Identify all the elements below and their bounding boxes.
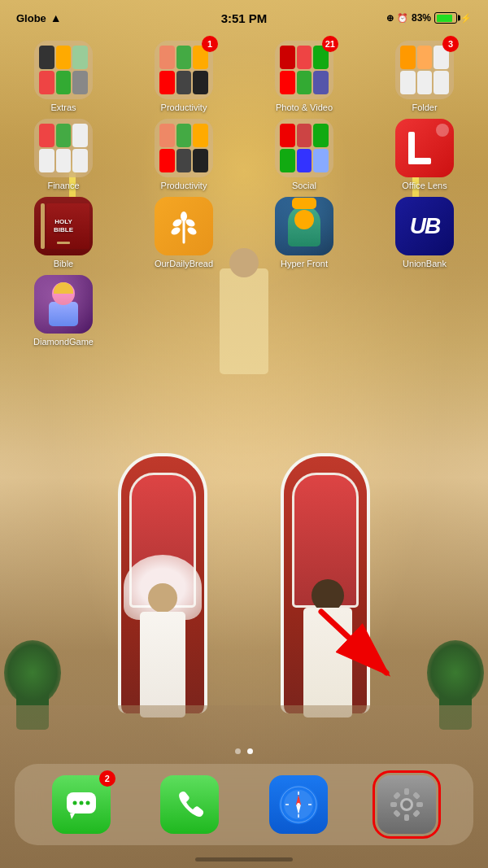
productivity1-badge: 1 <box>202 36 218 52</box>
app-officelens[interactable]: Office Lens <box>376 119 473 190</box>
finance-label: Finance <box>47 181 79 190</box>
app-row-4: DiamondGame <box>15 275 473 347</box>
dock: 2 <box>15 764 473 845</box>
odb-icon <box>155 197 213 255</box>
folder-label: Folder <box>412 103 437 112</box>
page-dot-0 <box>235 748 241 754</box>
finance-folder-icon <box>34 119 93 177</box>
extras-folder-icon <box>34 41 93 99</box>
productivity2-folder-icon <box>155 119 213 177</box>
app-social[interactable]: Social <box>255 119 353 190</box>
svg-rect-28 <box>416 802 423 807</box>
social-folder-icon <box>275 119 333 177</box>
status-indicators: ⊕ ⏰ 83% ⚡ <box>386 12 472 24</box>
arrow-indicator <box>305 595 411 693</box>
settings-icon <box>377 775 436 834</box>
svg-point-4 <box>170 226 181 237</box>
officelens-label: Office Lens <box>402 181 447 190</box>
dock-safari[interactable] <box>269 775 328 834</box>
officelens-icon <box>395 119 454 177</box>
status-carrier: Globe ▲ <box>16 11 62 24</box>
diamondgame-label: DiamondGame <box>33 337 94 347</box>
svg-rect-29 <box>393 792 401 800</box>
hyperfront-label: Hyper Front <box>281 259 328 268</box>
home-indicator <box>195 857 293 861</box>
svg-rect-32 <box>412 809 420 818</box>
carrier-label: Globe <box>16 12 46 24</box>
svg-rect-27 <box>390 802 397 807</box>
app-productivity1[interactable]: 1 Productivity <box>135 41 233 112</box>
app-bible[interactable]: HOLYBIBLE Bible <box>15 197 112 268</box>
status-time: 3:51 PM <box>221 11 268 25</box>
app-row-1: Extras 1 Productivity <box>15 41 473 112</box>
messages-svg <box>63 787 99 822</box>
svg-rect-30 <box>412 792 420 800</box>
unionbank-icon: UB <box>395 197 454 255</box>
page-dots <box>235 748 253 754</box>
safari-icon <box>269 775 328 834</box>
safari-svg <box>277 783 320 826</box>
svg-point-24 <box>403 800 411 809</box>
extras-label: Extras <box>50 103 76 112</box>
app-photo-video[interactable]: 21 Photo & Video <box>255 41 353 112</box>
messages-badge: 2 <box>99 770 115 787</box>
svg-point-7 <box>181 212 187 221</box>
app-extras[interactable]: Extras <box>15 41 112 112</box>
bible-label: Bible <box>54 259 73 268</box>
svg-point-22 <box>297 803 300 806</box>
battery-fill <box>437 15 452 22</box>
svg-marker-9 <box>70 813 75 819</box>
dock-messages[interactable]: 2 <box>52 775 111 834</box>
status-bar: Globe ▲ 3:51 PM ⊕ ⏰ 83% ⚡ <box>0 0 488 36</box>
app-row-3: HOLYBIBLE Bible <box>15 197 473 268</box>
productivity1-label: Productivity <box>161 103 207 112</box>
app-row-2: Finance Productivity <box>15 119 473 190</box>
settings-svg <box>386 784 427 825</box>
app-odb[interactable]: OurDailyBread <box>135 197 233 268</box>
app-hyperfront[interactable]: Hyper Front <box>255 197 353 268</box>
productivity2-label: Productivity <box>161 181 207 190</box>
diamond-icon <box>34 275 93 334</box>
svg-rect-26 <box>404 814 409 821</box>
social-label: Social <box>292 181 316 190</box>
svg-point-12 <box>85 801 89 805</box>
phone-svg <box>173 788 206 821</box>
app-finance[interactable]: Finance <box>15 119 112 190</box>
app-grid: Extras 1 Productivity <box>0 41 488 353</box>
odb-label: OurDailyBread <box>155 259 213 268</box>
hyperfront-icon <box>275 197 333 255</box>
svg-point-6 <box>186 226 198 237</box>
unionbank-label: UnionBank <box>403 259 447 268</box>
battery-indicator <box>434 12 457 24</box>
svg-line-1 <box>321 612 386 673</box>
svg-rect-25 <box>404 788 409 795</box>
alarm-icon: ⏰ <box>397 13 408 24</box>
dock-settings[interactable] <box>377 775 436 834</box>
folder-badge: 3 <box>442 36 459 52</box>
odb-wheat-svg <box>164 207 203 246</box>
dock-phone[interactable] <box>160 775 219 834</box>
lock-icon: ⊕ <box>386 13 394 24</box>
page-dot-1 <box>247 748 253 754</box>
svg-point-10 <box>72 801 76 805</box>
charging-icon: ⚡ <box>460 13 472 24</box>
app-diamondgame[interactable]: DiamondGame <box>15 275 112 347</box>
wifi-icon: ▲ <box>50 11 62 24</box>
photo-video-label: Photo & Video <box>276 103 333 112</box>
photo-video-badge: 21 <box>322 36 338 52</box>
battery-percent: 83% <box>412 12 431 24</box>
app-folder[interactable]: 3 Folder <box>376 41 473 112</box>
svg-point-11 <box>79 801 83 805</box>
phone-icon <box>160 775 219 834</box>
app-productivity2[interactable]: Productivity <box>135 119 233 190</box>
app-unionbank[interactable]: UB UnionBank <box>376 197 473 268</box>
svg-rect-31 <box>393 809 401 818</box>
bible-icon: HOLYBIBLE <box>34 197 93 255</box>
